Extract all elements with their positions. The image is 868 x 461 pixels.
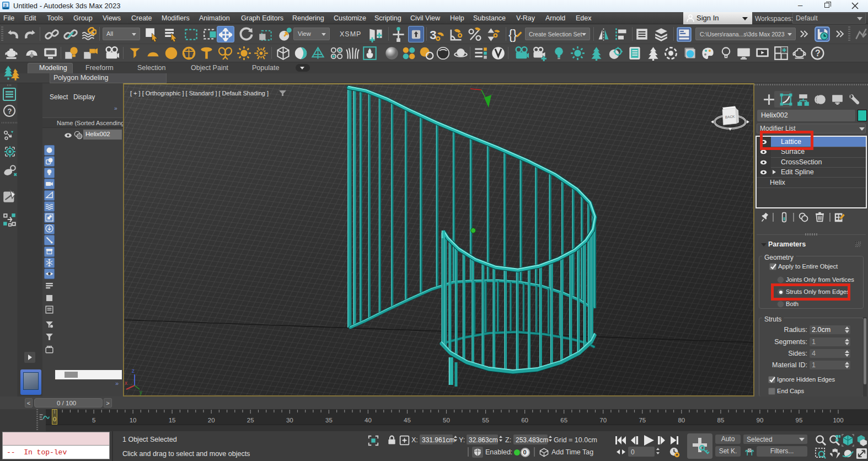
svg-text:45: 45 — [404, 417, 411, 424]
svg-text:20: 20 — [208, 417, 215, 424]
svg-text:?: ? — [8, 107, 12, 115]
svg-text:65: 65 — [560, 417, 567, 424]
svg-text:25: 25 — [247, 417, 254, 424]
svg-text:70: 70 — [599, 417, 607, 424]
svg-text:35: 35 — [325, 417, 333, 424]
svg-text:{}: {} — [508, 28, 517, 42]
svg-text:50: 50 — [443, 417, 450, 424]
svg-text:100: 100 — [833, 417, 843, 424]
svg-text:y: y — [140, 389, 142, 395]
svg-text:90: 90 — [757, 417, 764, 424]
svg-text:10: 10 — [130, 417, 137, 424]
svg-text:z: z — [132, 368, 135, 374]
svg-text:x: x — [125, 380, 127, 386]
svg-text:75: 75 — [639, 417, 646, 424]
svg-text:15: 15 — [169, 417, 176, 424]
svg-text:3: 3 — [430, 28, 436, 42]
svg-text:40: 40 — [365, 417, 372, 424]
svg-text:95: 95 — [796, 417, 803, 424]
svg-text:80: 80 — [678, 417, 685, 424]
svg-text:55: 55 — [482, 417, 489, 424]
svg-text:5: 5 — [92, 417, 95, 424]
svg-text:3: 3 — [4, 3, 7, 8]
svg-text:?: ? — [815, 49, 821, 58]
svg-text:30: 30 — [286, 417, 293, 424]
svg-text:60: 60 — [521, 417, 528, 424]
svg-text:85: 85 — [717, 417, 725, 424]
svg-text:[ + ] [ Orthographic ] [ Stand: [ + ] [ Orthographic ] [ Standard ] [ De… — [130, 90, 269, 97]
